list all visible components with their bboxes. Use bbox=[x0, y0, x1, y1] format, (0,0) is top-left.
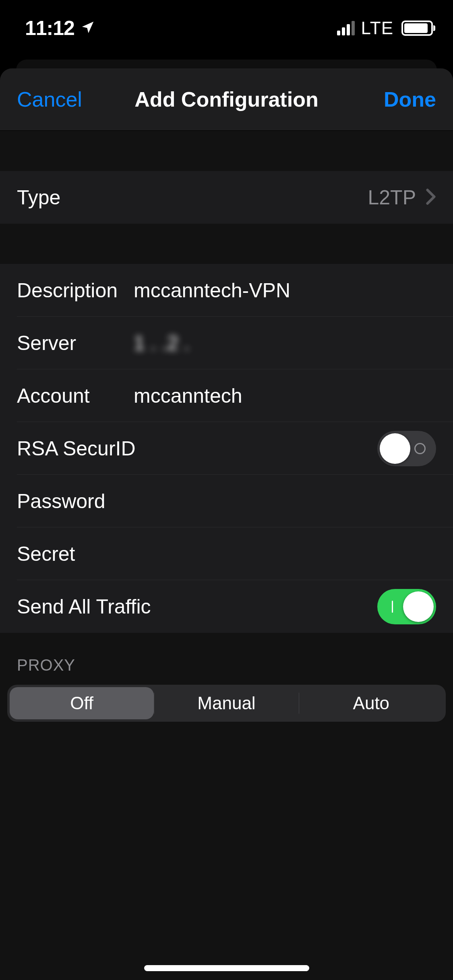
rsa-securid-row: RSA SecurID bbox=[0, 422, 453, 475]
description-field[interactable]: mccanntech-VPN bbox=[134, 279, 436, 302]
cancel-button[interactable]: Cancel bbox=[17, 87, 82, 111]
proxy-header: PROXY bbox=[0, 633, 453, 681]
group-gap bbox=[0, 224, 453, 264]
location-icon bbox=[80, 16, 95, 40]
status-time: 11:12 bbox=[25, 16, 74, 40]
account-field[interactable]: mccanntech bbox=[134, 384, 436, 408]
proxy-off[interactable]: Off bbox=[10, 687, 154, 719]
type-row[interactable]: Type L2TP bbox=[0, 171, 453, 224]
nav-bar: Cancel Add Configuration Done bbox=[0, 68, 453, 131]
modal-sheet: Cancel Add Configuration Done Type L2TP … bbox=[0, 68, 453, 980]
rsa-toggle[interactable] bbox=[377, 431, 436, 466]
server-row[interactable]: Server 1 . .2 . bbox=[0, 317, 453, 369]
status-left: 11:12 bbox=[25, 16, 95, 40]
proxy-auto[interactable]: Auto bbox=[299, 687, 443, 719]
server-field[interactable]: 1 . .2 . bbox=[134, 331, 436, 355]
signal-icon bbox=[337, 21, 355, 35]
server-label: Server bbox=[17, 331, 134, 355]
group-gap bbox=[0, 131, 453, 171]
type-value: L2TP bbox=[368, 186, 416, 209]
screen: 11:12 LTE Cancel Add Configuration Done … bbox=[0, 0, 453, 980]
secret-row[interactable]: Secret bbox=[0, 527, 453, 580]
description-row[interactable]: Description mccanntech-VPN bbox=[0, 264, 453, 317]
password-row[interactable]: Password bbox=[0, 475, 453, 527]
account-row[interactable]: Account mccanntech bbox=[0, 369, 453, 422]
proxy-segment-wrap: Off Manual Auto bbox=[0, 681, 453, 729]
status-right: LTE bbox=[337, 18, 433, 38]
description-label: Description bbox=[17, 279, 134, 302]
proxy-manual[interactable]: Manual bbox=[154, 687, 298, 719]
send-all-toggle[interactable] bbox=[377, 589, 436, 624]
network-type: LTE bbox=[361, 18, 393, 38]
secret-label: Secret bbox=[17, 542, 134, 566]
battery-icon bbox=[401, 21, 433, 36]
send-all-traffic-row: Send All Traffic bbox=[0, 580, 453, 633]
chevron-right-icon bbox=[426, 188, 436, 207]
rsa-label: RSA SecurID bbox=[17, 437, 136, 460]
password-label: Password bbox=[17, 490, 134, 513]
proxy-segment: Off Manual Auto bbox=[7, 685, 446, 722]
send-all-label: Send All Traffic bbox=[17, 595, 151, 618]
home-indicator[interactable] bbox=[144, 965, 309, 971]
status-bar: 11:12 LTE bbox=[0, 0, 453, 56]
account-label: Account bbox=[17, 384, 134, 408]
done-button[interactable]: Done bbox=[384, 87, 436, 111]
type-label: Type bbox=[17, 186, 134, 209]
